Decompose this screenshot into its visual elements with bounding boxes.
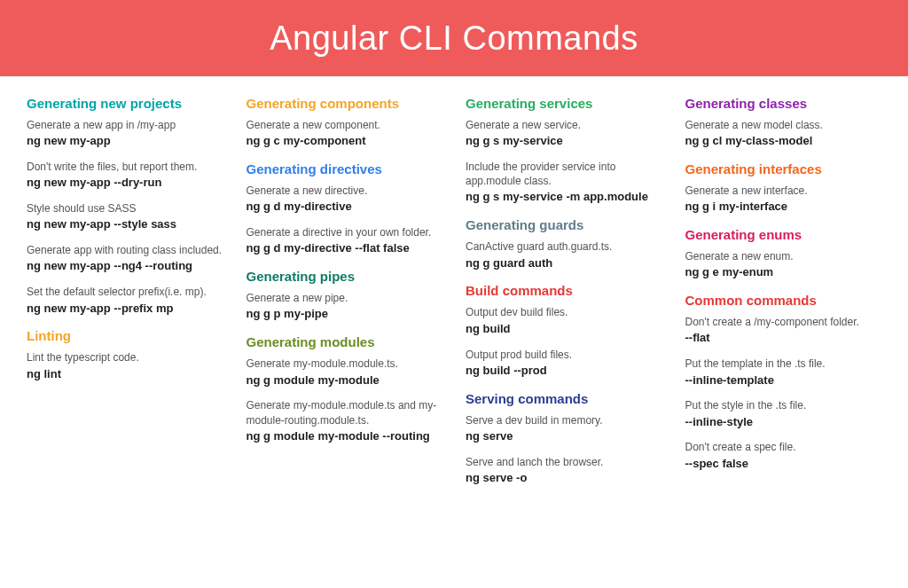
command-text: --flat xyxy=(685,331,882,346)
section-title: Generating interfaces xyxy=(685,161,882,176)
command-text: ng g s my-service xyxy=(466,134,662,149)
command-description: Generate a new interface. xyxy=(685,184,882,198)
header-banner: Angular CLI Commands xyxy=(0,0,908,76)
command-block: Generate a new directive.ng g d my-direc… xyxy=(247,184,443,215)
command-block: Put the template in the .ts file.--inlin… xyxy=(685,357,882,388)
command-block: Output prod build files.ng build --prod xyxy=(466,348,662,379)
command-text: --inline-style xyxy=(685,415,882,430)
command-text: ng g module my-module xyxy=(247,373,443,388)
command-description: Generate a new component. xyxy=(247,118,443,132)
command-description: Output dev build files. xyxy=(466,305,662,319)
command-text: ng new my-app --ng4 --routing xyxy=(27,259,223,274)
command-block: Generate a directive in your own folder.… xyxy=(247,225,443,256)
command-text: ng g i my-interface xyxy=(685,200,882,215)
command-description: Put the template in the .ts file. xyxy=(685,357,882,371)
command-text: --spec false xyxy=(685,457,882,472)
command-description: Don't create a /my-component folder. xyxy=(685,315,882,329)
command-text: --inline-template xyxy=(685,373,882,388)
section-title: Generating modules xyxy=(247,334,443,349)
section-title: Generating guards xyxy=(466,217,662,232)
command-text: ng build xyxy=(466,322,662,337)
command-text: ng g module my-module --routing xyxy=(247,429,443,444)
command-description: Generate a new app in /my-app xyxy=(27,118,223,132)
command-block: Serve a dev build in memory.ng serve xyxy=(466,413,662,444)
command-block: Generate a new component.ng g c my-compo… xyxy=(247,118,443,149)
command-description: Generate my-module.module.ts and my-modu… xyxy=(247,398,443,427)
command-description: Generate a new service. xyxy=(466,118,662,132)
command-text: ng new my-app xyxy=(27,134,223,149)
command-block: Generate my-module.module.ts.ng g module… xyxy=(247,357,443,388)
content-grid: Generating new projectsGenerate a new ap… xyxy=(0,76,908,506)
command-text: ng new my-app --dry-run xyxy=(27,176,223,191)
command-text: ng new my-app --prefix mp xyxy=(27,302,223,317)
section-title: Serving commands xyxy=(466,391,662,406)
command-block: Generate app with routing class included… xyxy=(27,243,223,274)
command-description: CanActive guard auth.guard.ts. xyxy=(466,239,662,254)
command-text: ng g c my-component xyxy=(247,134,443,149)
command-description: Serve a dev build in memory. xyxy=(466,413,662,427)
section-title: Generating components xyxy=(247,96,443,111)
section-title: Linting xyxy=(27,328,223,343)
command-description: Don't create a spec file. xyxy=(685,440,882,454)
section-title: Generating classes xyxy=(685,96,882,111)
command-text: ng serve xyxy=(466,429,662,444)
command-block: Don't write the files, but report them.n… xyxy=(27,160,223,191)
command-description: Lint the typescript code. xyxy=(27,350,223,365)
command-text: ng g s my-service -m app.module xyxy=(466,190,662,205)
command-block: Lint the typescript code.ng lint xyxy=(27,350,223,381)
command-block: Don't create a /my-component folder.--fl… xyxy=(685,315,882,346)
command-block: Generate a new app in /my-appng new my-a… xyxy=(27,118,223,149)
command-block: Generate a new enum.ng g e my-enum xyxy=(685,249,882,280)
command-block: Generate a new pipe.ng g p my-pipe xyxy=(247,291,443,322)
command-description: Set the default selector prefix(i.e. mp)… xyxy=(27,285,223,299)
command-text: ng new my-app --style sass xyxy=(27,217,223,232)
command-block: Put the style in the .ts file.--inline-s… xyxy=(685,398,882,429)
section-title: Generating pipes xyxy=(247,269,443,284)
command-description: Output prod build files. xyxy=(466,348,662,362)
command-description: Include the provider service into app.mo… xyxy=(466,160,662,188)
command-block: Generate a new interface.ng g i my-inter… xyxy=(685,184,882,215)
command-text: ng g cl my-class-model xyxy=(685,134,882,149)
command-block: Don't create a spec file.--spec false xyxy=(685,440,882,471)
command-description: Generate a new model class. xyxy=(685,118,882,132)
command-text: ng g p my-pipe xyxy=(247,307,443,322)
command-description: Don't write the files, but report them. xyxy=(27,160,223,174)
command-block: Serve and lanch the browser.ng serve -o xyxy=(466,455,662,486)
command-description: Generate a directive in your own folder. xyxy=(247,225,443,239)
column-3: Generating servicesGenerate a new servic… xyxy=(466,96,662,497)
command-text: ng lint xyxy=(27,367,223,382)
command-description: Style should use SASS xyxy=(27,201,223,216)
section-title: Generating directives xyxy=(247,161,443,176)
column-4: Generating classesGenerate a new model c… xyxy=(685,96,882,497)
page-title: Angular CLI Commands xyxy=(270,20,638,58)
command-description: Generate a new enum. xyxy=(685,249,882,263)
command-text: ng g d my-directive --flat false xyxy=(247,241,443,256)
command-block: Output dev build files.ng build xyxy=(466,305,662,336)
command-text: ng g guard auth xyxy=(466,256,662,271)
command-block: Style should use SASSng new my-app --sty… xyxy=(27,201,223,232)
column-1: Generating new projectsGenerate a new ap… xyxy=(27,96,223,497)
section-title: Generating enums xyxy=(685,227,882,242)
command-text: ng serve -o xyxy=(466,471,662,486)
command-block: Generate a new service.ng g s my-service xyxy=(466,118,662,149)
column-2: Generating componentsGenerate a new comp… xyxy=(247,96,443,497)
command-description: Generate a new directive. xyxy=(247,184,443,198)
command-text: ng build --prod xyxy=(466,364,662,379)
command-text: ng g e my-enum xyxy=(685,265,882,280)
section-title: Build commands xyxy=(466,283,662,298)
command-text: ng g d my-directive xyxy=(247,200,443,215)
section-title: Generating new projects xyxy=(27,96,223,111)
section-title: Common commands xyxy=(685,293,882,308)
command-block: Set the default selector prefix(i.e. mp)… xyxy=(27,285,223,316)
command-description: Generate a new pipe. xyxy=(247,291,443,305)
command-description: Serve and lanch the browser. xyxy=(466,455,662,469)
section-title: Generating services xyxy=(466,96,662,111)
command-description: Generate my-module.module.ts. xyxy=(247,357,443,371)
command-description: Put the style in the .ts file. xyxy=(685,398,882,412)
command-block: Generate a new model class.ng g cl my-cl… xyxy=(685,118,882,149)
command-block: CanActive guard auth.guard.ts.ng g guard… xyxy=(466,239,662,270)
command-block: Generate my-module.module.ts and my-modu… xyxy=(247,398,443,443)
command-block: Include the provider service into app.mo… xyxy=(466,160,662,205)
command-description: Generate app with routing class included… xyxy=(27,243,223,257)
